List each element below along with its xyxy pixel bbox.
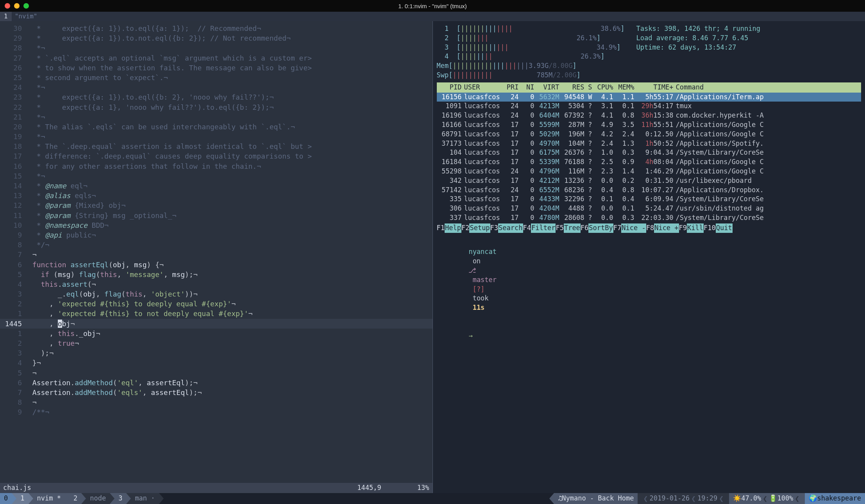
process-row[interactable]: 16156lucasfcos2405632M94548W4.11.15h55:1… bbox=[437, 93, 861, 102]
close-icon[interactable] bbox=[5, 3, 10, 9]
fkey-f5[interactable]: F5 bbox=[556, 223, 563, 233]
fkey-f1[interactable]: F1 bbox=[437, 223, 445, 233]
tmux-tab-label: "nvim" bbox=[12, 12, 41, 21]
htop-meta: Tasks: 398, 1426 thr; 4 running Load ave… bbox=[636, 24, 861, 80]
code-line[interactable]: 23 * expect({a: 1}).to.eql({b: 2}, 'nooo… bbox=[0, 92, 432, 102]
code-line[interactable]: 29 * expect({a: 1}).to.not.eql({b: 2}); … bbox=[0, 33, 432, 43]
tmux-window-2[interactable]: 2 bbox=[70, 493, 81, 504]
minimize-icon[interactable] bbox=[14, 3, 20, 9]
code-line[interactable]: 1 , 'expected #{this} to not deeply equa… bbox=[0, 309, 432, 318]
tmux-date: ❮2019-01-26 ❮19:29 ❮ bbox=[638, 493, 729, 504]
fkey-f9[interactable]: F9 bbox=[679, 223, 687, 233]
code-line[interactable]: 6 function assertEql(obj, msg) {¬ bbox=[0, 260, 432, 270]
fkey-f4[interactable]: F4 bbox=[523, 223, 531, 233]
code-line[interactable]: 5 if (msg) flag(this, 'message', msg);¬ bbox=[0, 270, 432, 279]
pane-editor[interactable]: 30 * expect({a: 1}).to.eql({a: 1}); // R… bbox=[0, 21, 433, 493]
fkey-f6[interactable]: F6 bbox=[581, 223, 588, 233]
code-line[interactable]: 4 this.assert(¬ bbox=[0, 279, 432, 289]
code-line[interactable]: 6 Assertion.addMethod('eql', assertEql);… bbox=[0, 378, 432, 388]
process-row[interactable]: 37173lucasfcos1704970M104M?2.41.31h50:52… bbox=[437, 139, 861, 148]
prompt-arrow-icon: → bbox=[468, 332, 472, 340]
tmux-statusbar: 0 1nvim *2node3man · ♫ ♫ Nymano - Back H… bbox=[0, 493, 865, 504]
code-line[interactable]: 28 *¬ bbox=[0, 43, 432, 53]
pane-right[interactable]: 1 [||||||||||||| 38.6%] 2 [||||||| 26.1%… bbox=[433, 21, 865, 493]
code-line[interactable]: 5 ¬ bbox=[0, 368, 432, 378]
fkey-f7[interactable]: F7 bbox=[613, 223, 621, 233]
tmux-weather: ☀️ 47.0% ❮ 🔋 100% ❮ bbox=[729, 493, 805, 504]
fkey-f8[interactable]: F8 bbox=[646, 223, 654, 233]
code-line[interactable]: 7 ¬ bbox=[0, 250, 432, 259]
process-row[interactable]: 16196lucasfcos2406404M67392?4.10.836h15:… bbox=[437, 111, 861, 120]
process-row[interactable]: 16166lucasfcos1705599M287M?4.93.511h55:5… bbox=[437, 120, 861, 130]
code-line[interactable]: 7 Assertion.addMethod('eqls', assertEql)… bbox=[0, 388, 432, 397]
shell-prompt[interactable]: nyancat on ⎇ master [?] took 11s → bbox=[433, 233, 865, 356]
code-line[interactable]: 1 , this._obj¬ bbox=[0, 329, 432, 338]
code-line[interactable]: 17 * difference: `.deep.equal` causes de… bbox=[0, 151, 432, 161]
htop-meters: 1 [||||||||||||| 38.6%] 2 [||||||| 26.1%… bbox=[437, 24, 625, 80]
code-line[interactable]: 2 , 'expected #{this} to deeply equal #{… bbox=[0, 299, 432, 309]
process-row[interactable]: 16184lucasfcos1705339M76188?2.50.94h08:0… bbox=[437, 157, 861, 167]
code-line[interactable]: 18 * The `.deep.equal` assertion is almo… bbox=[0, 141, 432, 151]
code-line[interactable]: 9 /**¬ bbox=[0, 407, 432, 417]
code-line[interactable]: 8 ¬ bbox=[0, 397, 432, 407]
nvim-cursor-pos: 1445,9 bbox=[357, 484, 381, 491]
tmux-session[interactable]: 0 bbox=[0, 493, 12, 504]
fkey-f2[interactable]: F2 bbox=[461, 223, 469, 233]
git-branch bbox=[468, 276, 472, 284]
process-row[interactable]: 1091lucasfcos2404213M5304?3.10.129h54:17… bbox=[437, 102, 861, 111]
battery-icon: 🔋 bbox=[769, 494, 777, 503]
tmux-windows[interactable]: 1nvim *2node3man · bbox=[16, 493, 163, 504]
weather-icon: ☀️ bbox=[733, 494, 741, 503]
code-line[interactable]: 21 *¬ bbox=[0, 112, 432, 122]
htop-process-list[interactable]: 16156lucasfcos2405632M94548W4.11.15h55:1… bbox=[437, 93, 861, 223]
globe-icon: 🌍 bbox=[809, 494, 817, 503]
code-line[interactable]: 10 * @namespace BDD¬ bbox=[0, 220, 432, 230]
maximize-icon[interactable] bbox=[23, 3, 29, 9]
code-line[interactable]: 9 * @api public¬ bbox=[0, 230, 432, 240]
process-row[interactable]: 57142lucasfcos2406552M68236?0.40.810:07.… bbox=[437, 186, 861, 195]
code-line[interactable]: 4 }¬ bbox=[0, 358, 432, 368]
process-row[interactable]: 306lucasfcos1704204M4488?0.00.15:24.47/u… bbox=[437, 204, 861, 213]
prompt-on: on bbox=[468, 257, 484, 265]
music-icon: ♫ bbox=[558, 494, 562, 503]
code-line[interactable]: 14 * @name eql¬ bbox=[0, 181, 432, 191]
process-row[interactable]: 337lucasfcos1704780M28608?0.00.322:03.30… bbox=[437, 213, 861, 223]
fkey-f3[interactable]: F3 bbox=[490, 223, 498, 233]
code-line[interactable]: 27 * `.eql` accepts an optional `msg` ar… bbox=[0, 53, 432, 63]
process-row[interactable]: 342lucasfcos1704212M13236?0.00.20:31.50/… bbox=[437, 176, 861, 186]
code-line[interactable]: 2 , true¬ bbox=[0, 338, 432, 348]
tmux-tabline: 1 "nvim" bbox=[0, 12, 865, 21]
htop-header[interactable]: PID USER PRI NI VIRT RES S CPU% MEM% TIM… bbox=[437, 82, 861, 93]
code-line[interactable]: 24 *¬ bbox=[0, 82, 432, 92]
code-line[interactable]: 16 * for any other assertions that follo… bbox=[0, 161, 432, 171]
nvim-statusline: chai.js 1445,9 13% bbox=[0, 483, 432, 493]
process-row[interactable]: 55298lucasfcos2404796M116M?2.31.41:46.29… bbox=[437, 167, 861, 176]
htop-load: Load average: 8.46 7.77 6.45 bbox=[636, 34, 861, 43]
tmux-window-3[interactable]: 3 bbox=[114, 493, 126, 504]
code-line[interactable]: 3 );¬ bbox=[0, 348, 432, 358]
code-line[interactable]: 25 * second argument to `expect`.¬ bbox=[0, 73, 432, 82]
code-line[interactable]: 8 */¬ bbox=[0, 240, 432, 250]
tmux-window-1[interactable]: 1 bbox=[16, 493, 28, 504]
htop-uptime: Uptime: 62 days, 13:54:27 bbox=[636, 43, 861, 52]
process-row[interactable]: 68791lucasfcos1705029M196M?4.22.40:12.50… bbox=[437, 130, 861, 139]
code-line[interactable]: 13 * @alias eqls¬ bbox=[0, 191, 432, 200]
editor-body[interactable]: 30 * expect({a: 1}).to.eql({a: 1}); // R… bbox=[0, 21, 432, 483]
code-line[interactable]: 22 * expect({a: 1}, 'nooo why fail??').t… bbox=[0, 102, 432, 112]
code-line[interactable]: 15 *¬ bbox=[0, 171, 432, 181]
tmux-tab-index[interactable]: 1 bbox=[0, 12, 12, 21]
code-line[interactable]: 26 * to show when the assertion fails. T… bbox=[0, 63, 432, 73]
process-row[interactable]: 335lucasfcos1704433M32296?0.10.46:09.94/… bbox=[437, 195, 861, 204]
htop-tasks: Tasks: 398, 1426 thr; 4 running bbox=[636, 24, 861, 34]
htop-fkeys[interactable]: F1Help F2Setup F3SearchF4FilterF5Tree F6… bbox=[437, 223, 861, 233]
code-line[interactable]: 30 * expect({a: 1}).to.eql({a: 1}); // R… bbox=[0, 23, 432, 33]
code-line[interactable]: 1445 , obj¬ bbox=[0, 319, 432, 329]
htop[interactable]: 1 [||||||||||||| 38.6%] 2 [||||||| 26.1%… bbox=[433, 24, 865, 233]
fkey-f10[interactable]: F10 bbox=[704, 223, 716, 233]
code-line[interactable]: 11 * @param {String} msg _optional_¬ bbox=[0, 211, 432, 220]
code-line[interactable]: 3 _.eql(obj, flag(this, 'object'))¬ bbox=[0, 289, 432, 299]
process-row[interactable]: 104lucasfcos1706175M26376?1.00.39:04.34/… bbox=[437, 148, 861, 157]
code-line[interactable]: 20 * The alias `.eqls` can be used inter… bbox=[0, 122, 432, 132]
code-line[interactable]: 19 *¬ bbox=[0, 132, 432, 141]
code-line[interactable]: 12 * @param {Mixed} obj¬ bbox=[0, 200, 432, 210]
